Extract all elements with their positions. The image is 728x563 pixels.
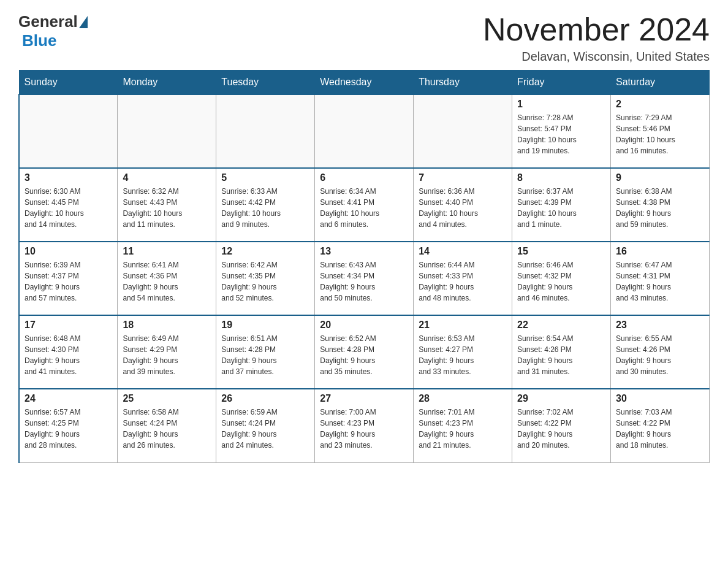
day-number: 28 (419, 393, 507, 404)
day-number: 8 (517, 172, 605, 183)
calendar-day-cell: 16Sunrise: 6:47 AM Sunset: 4:31 PM Dayli… (611, 242, 710, 315)
calendar-day-header: Thursday (414, 71, 512, 95)
calendar-day-cell (19, 94, 118, 168)
calendar-day-cell: 5Sunrise: 6:33 AM Sunset: 4:42 PM Daylig… (216, 168, 315, 242)
calendar-day-cell: 21Sunrise: 6:53 AM Sunset: 4:27 PM Dayli… (414, 315, 512, 389)
day-info: Sunrise: 6:46 AM Sunset: 4:32 PM Dayligh… (517, 259, 605, 304)
day-info: Sunrise: 6:41 AM Sunset: 4:36 PM Dayligh… (123, 259, 211, 304)
day-info: Sunrise: 6:39 AM Sunset: 4:37 PM Dayligh… (25, 259, 112, 304)
day-info: Sunrise: 7:29 AM Sunset: 5:46 PM Dayligh… (616, 112, 704, 156)
day-number: 20 (320, 320, 408, 331)
day-info: Sunrise: 6:30 AM Sunset: 4:45 PM Dayligh… (25, 186, 112, 230)
day-number: 2 (616, 99, 704, 110)
day-info: Sunrise: 6:51 AM Sunset: 4:28 PM Dayligh… (221, 333, 309, 377)
calendar-day-cell (118, 94, 216, 168)
calendar-header-row: SundayMondayTuesdayWednesdayThursdayFrid… (19, 71, 710, 95)
day-info: Sunrise: 6:42 AM Sunset: 4:35 PM Dayligh… (221, 259, 309, 304)
calendar-week-row: 1Sunrise: 7:28 AM Sunset: 5:47 PM Daylig… (19, 94, 710, 168)
calendar-day-header: Monday (118, 71, 216, 95)
calendar-day-cell: 15Sunrise: 6:46 AM Sunset: 4:32 PM Dayli… (512, 242, 611, 315)
day-info: Sunrise: 6:37 AM Sunset: 4:39 PM Dayligh… (517, 186, 605, 230)
day-info: Sunrise: 6:59 AM Sunset: 4:24 PM Dayligh… (221, 407, 309, 451)
day-info: Sunrise: 6:52 AM Sunset: 4:28 PM Dayligh… (320, 333, 408, 377)
day-number: 5 (221, 172, 309, 183)
day-number: 25 (123, 393, 211, 404)
calendar-day-cell: 28Sunrise: 7:01 AM Sunset: 4:23 PM Dayli… (414, 389, 512, 462)
day-info: Sunrise: 6:57 AM Sunset: 4:25 PM Dayligh… (25, 407, 112, 451)
day-info: Sunrise: 6:36 AM Sunset: 4:40 PM Dayligh… (419, 186, 507, 230)
day-number: 29 (517, 393, 605, 404)
calendar-day-cell: 4Sunrise: 6:32 AM Sunset: 4:43 PM Daylig… (118, 168, 216, 242)
calendar-week-row: 24Sunrise: 6:57 AM Sunset: 4:25 PM Dayli… (19, 389, 710, 462)
day-info: Sunrise: 6:53 AM Sunset: 4:27 PM Dayligh… (419, 333, 507, 377)
calendar-day-cell: 3Sunrise: 6:30 AM Sunset: 4:45 PM Daylig… (19, 168, 118, 242)
logo-blue-text: Blue (22, 31, 56, 50)
day-number: 30 (616, 393, 704, 404)
calendar-day-cell: 26Sunrise: 6:59 AM Sunset: 4:24 PM Dayli… (216, 389, 315, 462)
day-number: 1 (517, 99, 605, 110)
day-info: Sunrise: 6:43 AM Sunset: 4:34 PM Dayligh… (320, 259, 408, 304)
day-number: 13 (320, 246, 408, 257)
calendar-table: SundayMondayTuesdayWednesdayThursdayFrid… (18, 70, 710, 463)
day-number: 23 (616, 320, 704, 331)
calendar-day-cell: 18Sunrise: 6:49 AM Sunset: 4:29 PM Dayli… (118, 315, 216, 389)
calendar-day-cell: 8Sunrise: 6:37 AM Sunset: 4:39 PM Daylig… (512, 168, 611, 242)
calendar-day-cell: 6Sunrise: 6:34 AM Sunset: 4:41 PM Daylig… (315, 168, 414, 242)
day-number: 26 (221, 393, 309, 404)
day-info: Sunrise: 6:44 AM Sunset: 4:33 PM Dayligh… (419, 259, 507, 304)
day-number: 12 (221, 246, 309, 257)
calendar-day-cell: 24Sunrise: 6:57 AM Sunset: 4:25 PM Dayli… (19, 389, 118, 462)
calendar-day-cell: 22Sunrise: 6:54 AM Sunset: 4:26 PM Dayli… (512, 315, 611, 389)
calendar-day-cell: 20Sunrise: 6:52 AM Sunset: 4:28 PM Dayli… (315, 315, 414, 389)
calendar-day-header: Saturday (611, 71, 710, 95)
day-number: 7 (419, 172, 507, 183)
day-number: 18 (123, 320, 211, 331)
calendar-week-row: 17Sunrise: 6:48 AM Sunset: 4:30 PM Dayli… (19, 315, 710, 389)
day-info: Sunrise: 6:32 AM Sunset: 4:43 PM Dayligh… (123, 186, 211, 230)
calendar-day-cell: 30Sunrise: 7:03 AM Sunset: 4:22 PM Dayli… (611, 389, 710, 462)
day-info: Sunrise: 7:02 AM Sunset: 4:22 PM Dayligh… (517, 407, 605, 451)
calendar-day-cell: 17Sunrise: 6:48 AM Sunset: 4:30 PM Dayli… (19, 315, 118, 389)
day-number: 15 (517, 246, 605, 257)
day-number: 6 (320, 172, 408, 183)
day-info: Sunrise: 6:34 AM Sunset: 4:41 PM Dayligh… (320, 186, 408, 230)
day-info: Sunrise: 7:03 AM Sunset: 4:22 PM Dayligh… (616, 407, 704, 451)
day-info: Sunrise: 6:33 AM Sunset: 4:42 PM Dayligh… (221, 186, 309, 230)
calendar-day-header: Tuesday (216, 71, 315, 95)
day-info: Sunrise: 6:55 AM Sunset: 4:26 PM Dayligh… (616, 333, 704, 377)
calendar-day-cell: 9Sunrise: 6:38 AM Sunset: 4:38 PM Daylig… (611, 168, 710, 242)
calendar-day-header: Friday (512, 71, 611, 95)
day-info: Sunrise: 6:58 AM Sunset: 4:24 PM Dayligh… (123, 407, 211, 451)
calendar-day-cell (315, 94, 414, 168)
day-number: 10 (25, 246, 112, 257)
location-subtitle: Delavan, Wisconsin, United States (483, 50, 710, 64)
page-header: General Blue November 2024 Delavan, Wisc… (18, 12, 710, 64)
calendar-day-cell: 10Sunrise: 6:39 AM Sunset: 4:37 PM Dayli… (19, 242, 118, 315)
calendar-day-header: Wednesday (315, 71, 414, 95)
logo-triangle-icon (79, 16, 88, 28)
day-number: 14 (419, 246, 507, 257)
calendar-day-cell: 14Sunrise: 6:44 AM Sunset: 4:33 PM Dayli… (414, 242, 512, 315)
logo: General Blue (18, 12, 89, 50)
calendar-day-cell: 11Sunrise: 6:41 AM Sunset: 4:36 PM Dayli… (118, 242, 216, 315)
day-info: Sunrise: 6:54 AM Sunset: 4:26 PM Dayligh… (517, 333, 605, 377)
day-info: Sunrise: 6:49 AM Sunset: 4:29 PM Dayligh… (123, 333, 211, 377)
day-number: 27 (320, 393, 408, 404)
day-number: 16 (616, 246, 704, 257)
day-info: Sunrise: 6:47 AM Sunset: 4:31 PM Dayligh… (616, 259, 704, 304)
title-section: November 2024 Delavan, Wisconsin, United… (483, 12, 710, 64)
day-number: 24 (25, 393, 112, 404)
calendar-day-cell: 12Sunrise: 6:42 AM Sunset: 4:35 PM Dayli… (216, 242, 315, 315)
month-title: November 2024 (483, 12, 710, 47)
calendar-week-row: 10Sunrise: 6:39 AM Sunset: 4:37 PM Dayli… (19, 242, 710, 315)
day-number: 9 (616, 172, 704, 183)
day-info: Sunrise: 6:48 AM Sunset: 4:30 PM Dayligh… (25, 333, 112, 377)
day-info: Sunrise: 7:28 AM Sunset: 5:47 PM Dayligh… (517, 112, 605, 156)
day-number: 21 (419, 320, 507, 331)
calendar-day-cell: 2Sunrise: 7:29 AM Sunset: 5:46 PM Daylig… (611, 94, 710, 168)
day-number: 19 (221, 320, 309, 331)
calendar-day-cell (414, 94, 512, 168)
day-info: Sunrise: 7:01 AM Sunset: 4:23 PM Dayligh… (419, 407, 507, 451)
calendar-day-cell: 7Sunrise: 6:36 AM Sunset: 4:40 PM Daylig… (414, 168, 512, 242)
day-number: 3 (25, 172, 112, 183)
